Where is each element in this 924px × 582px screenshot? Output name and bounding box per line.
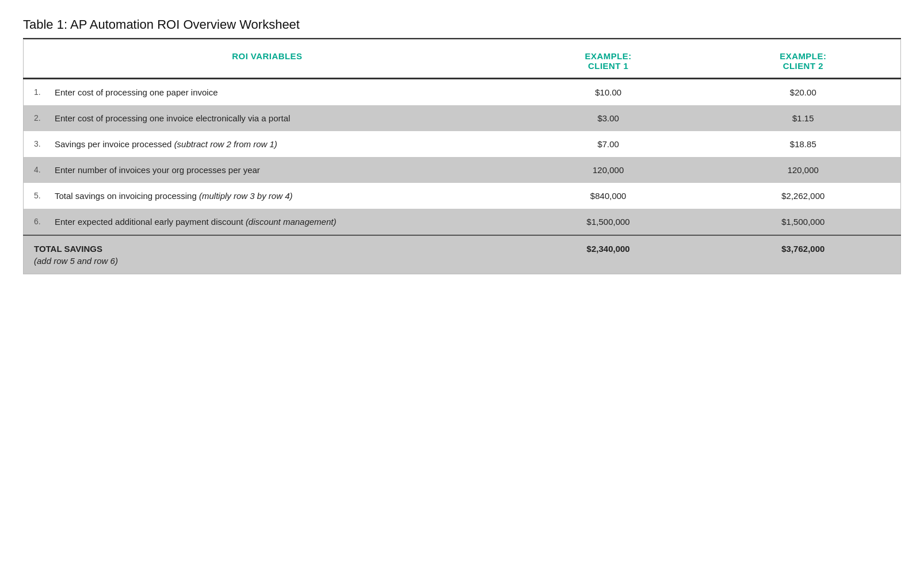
row-number: 1. [34, 87, 50, 97]
row-number: 6. [34, 217, 50, 227]
row-variables-cell: 1.Enter cost of processing one paper inv… [24, 79, 511, 105]
row-client2-value: $20.00 [706, 79, 901, 106]
row-client2-value: $18.85 [706, 131, 901, 157]
row-variables-cell: 4.Enter number of invoices your org proc… [24, 157, 511, 183]
table-header-row: ROI VARIABLES EXAMPLE: CLIENT 1 EXAMPLE:… [24, 40, 901, 79]
row-variables-cell: 2.Enter cost of processing one invoice e… [24, 105, 511, 131]
row-variables-cell: 5.Total savings on invoicing processing … [24, 183, 511, 209]
row-client1-value: 120,000 [511, 157, 706, 183]
row-client1-value: $840,000 [511, 183, 706, 209]
row-label: Enter cost of processing one paper invoi… [55, 87, 218, 97]
row-client2-value: 120,000 [706, 157, 901, 183]
row-number: 2. [34, 113, 50, 123]
page-title: Table 1: AP Automation ROI Overview Work… [23, 17, 901, 39]
row-label: Enter expected additional early payment … [55, 217, 336, 227]
total-client2-value: $3,762,000 [706, 235, 901, 274]
table-row: 4.Enter number of invoices your org proc… [24, 157, 901, 183]
total-row: TOTAL SAVINGS(add row 5 and row 6)$2,340… [24, 235, 901, 274]
row-label: Enter number of invoices your org proces… [55, 165, 260, 175]
worksheet-table: ROI VARIABLES EXAMPLE: CLIENT 1 EXAMPLE:… [23, 39, 901, 274]
table-row: 2.Enter cost of processing one invoice e… [24, 105, 901, 131]
row-label: Total savings on invoicing processing (m… [55, 191, 293, 201]
row-client2-value: $1.15 [706, 105, 901, 131]
row-client2-value: $2,262,000 [706, 183, 901, 209]
table-row: 5.Total savings on invoicing processing … [24, 183, 901, 209]
row-client1-value: $7.00 [511, 131, 706, 157]
table-row: 3.Savings per invoice processed (subtrac… [24, 131, 901, 157]
table-row: 1.Enter cost of processing one paper inv… [24, 79, 901, 106]
row-client1-value: $3.00 [511, 105, 706, 131]
row-variables-cell: 3.Savings per invoice processed (subtrac… [24, 131, 511, 157]
row-client1-value: $10.00 [511, 79, 706, 106]
row-variables-cell: 6.Enter expected additional early paymen… [24, 209, 511, 235]
header-col-variables: ROI VARIABLES [24, 40, 511, 79]
row-client2-value: $1,500,000 [706, 209, 901, 235]
header-col-client1: EXAMPLE: CLIENT 1 [511, 40, 706, 79]
total-sublabel: (add row 5 and row 6) [34, 256, 501, 266]
total-label: TOTAL SAVINGS [34, 244, 102, 254]
header-col-client2: EXAMPLE: CLIENT 2 [706, 40, 901, 79]
row-label: Enter cost of processing one invoice ele… [55, 113, 290, 123]
row-number: 5. [34, 191, 50, 201]
row-client1-value: $1,500,000 [511, 209, 706, 235]
row-number: 3. [34, 139, 50, 149]
total-label-cell: TOTAL SAVINGS(add row 5 and row 6) [24, 235, 511, 274]
row-number: 4. [34, 165, 50, 175]
row-label: Savings per invoice processed (subtract … [55, 139, 277, 149]
table-row: 6.Enter expected additional early paymen… [24, 209, 901, 235]
total-client1-value: $2,340,000 [511, 235, 706, 274]
